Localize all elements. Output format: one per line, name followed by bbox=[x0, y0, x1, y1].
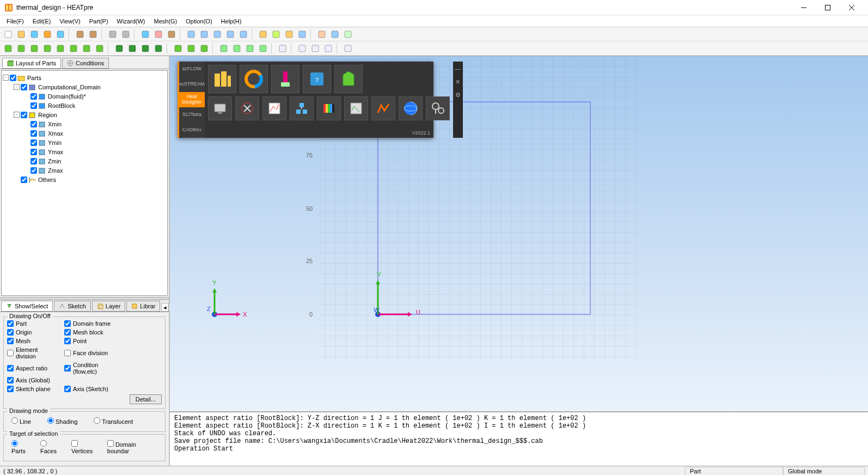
toolbar-button[interactable] bbox=[28, 28, 40, 40]
launcher-button[interactable] bbox=[399, 96, 423, 120]
target-option[interactable]: Vertices bbox=[71, 440, 100, 454]
toolbar-button[interactable] bbox=[152, 42, 164, 54]
toolbar-button[interactable] bbox=[185, 42, 197, 54]
option-checkbox[interactable] bbox=[7, 329, 14, 336]
drawing-option[interactable]: Axis (Sketch) bbox=[64, 386, 116, 392]
drawing-option[interactable]: Face division bbox=[64, 346, 116, 360]
toolbar-button[interactable] bbox=[224, 28, 236, 40]
launcher-button[interactable]: ? bbox=[303, 65, 331, 93]
toolbar-button[interactable] bbox=[329, 28, 341, 40]
toolbar-button[interactable] bbox=[15, 28, 27, 40]
tree-label[interactable]: Ymax bbox=[47, 149, 64, 155]
menu-item[interactable]: Part(P) bbox=[85, 17, 113, 26]
tree-checkbox[interactable] bbox=[21, 84, 27, 90]
drawing-mode-option[interactable]: Line bbox=[11, 417, 31, 425]
toolbar-button[interactable] bbox=[139, 42, 151, 54]
launcher-button[interactable] bbox=[371, 96, 395, 120]
drawing-option[interactable]: Mesh block bbox=[64, 329, 116, 336]
option-checkbox[interactable] bbox=[64, 365, 71, 372]
launcher-button[interactable] bbox=[334, 65, 363, 93]
tree-label[interactable]: Xmin bbox=[47, 121, 63, 127]
toolbar-button[interactable] bbox=[237, 28, 249, 40]
option-checkbox[interactable] bbox=[64, 350, 71, 356]
option-checkbox[interactable] bbox=[7, 377, 14, 383]
minimize-button[interactable] bbox=[792, 0, 816, 15]
option-checkbox[interactable] bbox=[64, 338, 71, 344]
drawing-option[interactable]: Mesh bbox=[7, 338, 59, 344]
launcher-button[interactable] bbox=[208, 96, 232, 120]
option-checkbox[interactable] bbox=[7, 365, 14, 372]
tree-checkbox[interactable] bbox=[10, 75, 16, 81]
launcher-button[interactable] bbox=[235, 96, 259, 120]
tree-checkbox[interactable] bbox=[30, 149, 37, 155]
menu-item[interactable]: View(V) bbox=[55, 17, 84, 26]
toolbar-button[interactable] bbox=[15, 42, 27, 54]
tree-label[interactable]: Zmax bbox=[47, 167, 64, 174]
tree-label[interactable]: Zmin bbox=[47, 158, 62, 165]
option-checkbox[interactable] bbox=[7, 320, 14, 327]
toolbar-button[interactable] bbox=[283, 28, 295, 40]
tab-layout-of-parts[interactable]: Layout of Parts bbox=[2, 58, 61, 69]
launcher-tab[interactable]: SC/Tetra bbox=[179, 107, 205, 123]
toolbar-button[interactable] bbox=[139, 28, 151, 40]
toolbar-button[interactable] bbox=[198, 42, 210, 54]
drawing-option[interactable]: Point bbox=[64, 338, 116, 344]
launcher-button[interactable] bbox=[240, 65, 268, 93]
tree-label[interactable]: Region bbox=[37, 112, 58, 118]
radio[interactable] bbox=[47, 417, 54, 424]
detail-button[interactable]: Detail... bbox=[130, 394, 162, 404]
drawing-option[interactable]: Condition (flow,etc) bbox=[64, 362, 116, 375]
panel-tab[interactable]: Librar bbox=[126, 301, 160, 312]
target-input[interactable] bbox=[71, 440, 78, 447]
tab-scroll-left[interactable]: ◂ bbox=[161, 303, 169, 312]
toolbar-button[interactable] bbox=[322, 42, 334, 54]
tree-label[interactable]: RootBlock bbox=[47, 102, 76, 109]
panel-tab[interactable]: Sketch bbox=[54, 301, 91, 312]
toolbar-button[interactable] bbox=[2, 42, 14, 54]
toolbar-button[interactable] bbox=[342, 42, 354, 54]
toolbar-button[interactable] bbox=[231, 42, 243, 54]
toolbar-button[interactable] bbox=[244, 42, 256, 54]
launcher-tab[interactable]: scSTREAM bbox=[179, 77, 205, 92]
toolbar-button[interactable] bbox=[198, 28, 210, 40]
toolbar-button[interactable] bbox=[126, 42, 138, 54]
launcher-button[interactable] bbox=[290, 96, 314, 120]
tree-checkbox[interactable] bbox=[30, 93, 37, 100]
drawing-option[interactable]: Sketch plane bbox=[7, 386, 59, 392]
maximize-button[interactable] bbox=[816, 0, 840, 15]
drawing-option[interactable]: Axis (Global) bbox=[7, 377, 59, 383]
menu-item[interactable]: File(F) bbox=[2, 17, 28, 26]
toolbar-button[interactable] bbox=[81, 42, 93, 54]
toolbar-button[interactable] bbox=[296, 28, 308, 40]
tree-checkbox[interactable] bbox=[30, 102, 37, 109]
launcher-settings-icon[interactable]: ⚙ bbox=[453, 90, 463, 100]
launcher-button[interactable] bbox=[317, 96, 341, 120]
toolbar-button[interactable] bbox=[74, 28, 86, 40]
launcher-close-icon[interactable]: ✕ bbox=[453, 77, 463, 87]
toolbar-button[interactable] bbox=[94, 42, 106, 54]
toolbar-button[interactable] bbox=[2, 28, 14, 40]
target-input[interactable] bbox=[40, 440, 47, 447]
parts-tree[interactable]: -Parts-Computational_DomainDomain(fluid)… bbox=[1, 70, 168, 296]
toolbar-button[interactable] bbox=[166, 28, 178, 40]
toolbar-button[interactable] bbox=[316, 28, 328, 40]
radio[interactable] bbox=[11, 417, 18, 424]
tree-checkbox[interactable] bbox=[21, 112, 27, 118]
tree-label[interactable]: Xmax bbox=[47, 130, 64, 137]
toolbar-button[interactable] bbox=[172, 42, 184, 54]
toolbar-button[interactable] bbox=[113, 42, 125, 54]
tree-checkbox[interactable] bbox=[30, 130, 37, 137]
toolbar-button[interactable] bbox=[54, 28, 66, 40]
drawing-option[interactable]: Origin bbox=[7, 329, 59, 336]
toolbar-button[interactable] bbox=[152, 28, 164, 40]
launcher-tab[interactable]: CADthru bbox=[179, 123, 205, 138]
toolbar-button[interactable] bbox=[54, 42, 66, 54]
option-checkbox[interactable] bbox=[7, 338, 14, 344]
option-checkbox[interactable] bbox=[64, 386, 71, 392]
menu-item[interactable]: Mesh(G) bbox=[150, 17, 182, 26]
tree-label[interactable]: Ymin bbox=[47, 139, 63, 146]
drawing-mode-option[interactable]: Translucent bbox=[94, 417, 133, 425]
tree-label[interactable]: Others bbox=[37, 176, 57, 183]
launcher-button[interactable] bbox=[262, 96, 286, 120]
tree-checkbox[interactable] bbox=[21, 176, 27, 183]
